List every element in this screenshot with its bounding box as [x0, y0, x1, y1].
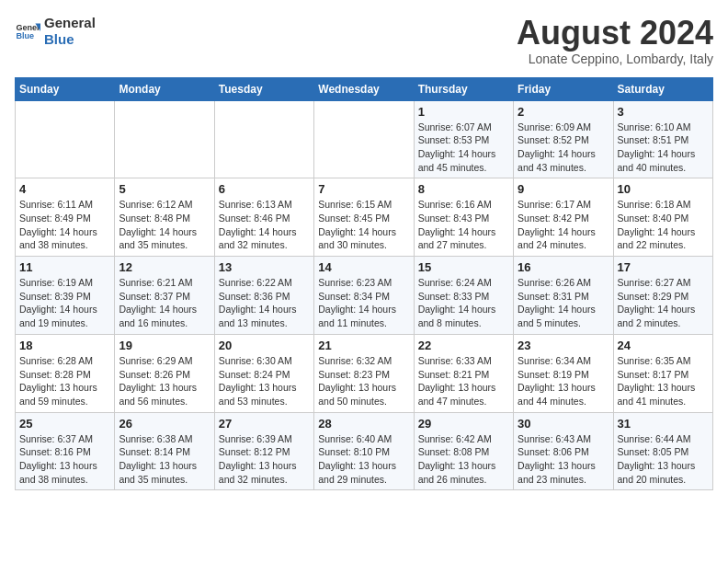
calendar-cell: 6Sunrise: 6:13 AM Sunset: 8:46 PM Daylig…: [214, 178, 313, 257]
calendar-cell: 11Sunrise: 6:19 AM Sunset: 8:39 PM Dayli…: [16, 257, 115, 335]
day-number: 10: [618, 182, 709, 196]
day-number: 2: [518, 105, 609, 119]
calendar-cell: 14Sunrise: 6:23 AM Sunset: 8:34 PM Dayli…: [314, 257, 414, 335]
day-info: Sunrise: 6:40 AM Sunset: 8:10 PM Dayligh…: [318, 432, 409, 487]
calendar-table: SundayMondayTuesdayWednesdayThursdayFrid…: [15, 77, 713, 491]
calendar-cell: 24Sunrise: 6:35 AM Sunset: 8:17 PM Dayli…: [613, 334, 712, 412]
month-title: August 2024: [517, 15, 713, 52]
calendar-cell: [16, 100, 115, 178]
day-info: Sunrise: 6:33 AM Sunset: 8:21 PM Dayligh…: [418, 354, 509, 408]
day-number: 5: [119, 182, 210, 196]
day-info: Sunrise: 6:39 AM Sunset: 8:12 PM Dayligh…: [219, 432, 310, 487]
day-info: Sunrise: 6:19 AM Sunset: 8:39 PM Dayligh…: [19, 276, 110, 330]
day-number: 27: [219, 417, 310, 431]
day-number: 22: [418, 339, 509, 352]
day-info: Sunrise: 6:32 AM Sunset: 8:23 PM Dayligh…: [318, 354, 409, 408]
day-info: Sunrise: 6:34 AM Sunset: 8:19 PM Dayligh…: [518, 354, 609, 408]
day-info: Sunrise: 6:11 AM Sunset: 8:49 PM Dayligh…: [19, 198, 110, 252]
day-info: Sunrise: 6:13 AM Sunset: 8:46 PM Dayligh…: [219, 198, 310, 252]
title-block: August 2024 Lonate Ceppino, Lombardy, It…: [517, 15, 713, 66]
day-info: Sunrise: 6:35 AM Sunset: 8:17 PM Dayligh…: [618, 354, 709, 408]
day-number: 12: [119, 260, 210, 274]
calendar-cell: 25Sunrise: 6:37 AM Sunset: 8:16 PM Dayli…: [16, 412, 115, 490]
day-info: Sunrise: 6:16 AM Sunset: 8:43 PM Dayligh…: [418, 198, 509, 252]
logo-text-blue: Blue: [44, 31, 96, 48]
day-number: 26: [119, 417, 210, 431]
day-info: Sunrise: 6:22 AM Sunset: 8:36 PM Dayligh…: [219, 276, 310, 330]
day-number: 3: [618, 105, 709, 119]
calendar-cell: 28Sunrise: 6:40 AM Sunset: 8:10 PM Dayli…: [314, 412, 414, 490]
day-info: Sunrise: 6:10 AM Sunset: 8:51 PM Dayligh…: [618, 121, 709, 175]
calendar-cell: 31Sunrise: 6:44 AM Sunset: 8:05 PM Dayli…: [613, 412, 712, 490]
day-info: Sunrise: 6:15 AM Sunset: 8:45 PM Dayligh…: [318, 198, 409, 252]
day-number: 4: [19, 182, 110, 196]
header-cell-monday: Monday: [115, 77, 214, 100]
day-number: 30: [518, 417, 609, 431]
calendar-cell: 30Sunrise: 6:43 AM Sunset: 8:06 PM Dayli…: [514, 412, 613, 490]
calendar-cell: 12Sunrise: 6:21 AM Sunset: 8:37 PM Dayli…: [115, 257, 214, 335]
calendar-cell: 8Sunrise: 6:16 AM Sunset: 8:43 PM Daylig…: [414, 178, 513, 257]
day-info: Sunrise: 6:09 AM Sunset: 8:52 PM Dayligh…: [518, 121, 609, 175]
logo: General Blue General Blue: [15, 15, 96, 48]
calendar-cell: 7Sunrise: 6:15 AM Sunset: 8:45 PM Daylig…: [314, 178, 414, 257]
day-number: 17: [618, 260, 709, 274]
calendar-cell: 5Sunrise: 6:12 AM Sunset: 8:48 PM Daylig…: [115, 178, 214, 257]
day-info: Sunrise: 6:43 AM Sunset: 8:06 PM Dayligh…: [518, 432, 609, 487]
day-number: 11: [19, 260, 110, 274]
calendar-cell: 10Sunrise: 6:18 AM Sunset: 8:40 PM Dayli…: [613, 178, 712, 257]
week-row-2: 4Sunrise: 6:11 AM Sunset: 8:49 PM Daylig…: [16, 178, 713, 257]
calendar-cell: 9Sunrise: 6:17 AM Sunset: 8:42 PM Daylig…: [514, 178, 613, 257]
day-info: Sunrise: 6:29 AM Sunset: 8:26 PM Dayligh…: [119, 354, 210, 408]
calendar-cell: 22Sunrise: 6:33 AM Sunset: 8:21 PM Dayli…: [414, 334, 513, 412]
day-info: Sunrise: 6:07 AM Sunset: 8:53 PM Dayligh…: [418, 121, 509, 175]
day-info: Sunrise: 6:23 AM Sunset: 8:34 PM Dayligh…: [318, 276, 409, 330]
week-row-5: 25Sunrise: 6:37 AM Sunset: 8:16 PM Dayli…: [16, 412, 713, 490]
day-number: 29: [418, 417, 509, 431]
calendar-cell: 13Sunrise: 6:22 AM Sunset: 8:36 PM Dayli…: [214, 257, 313, 335]
calendar-cell: 26Sunrise: 6:38 AM Sunset: 8:14 PM Dayli…: [115, 412, 214, 490]
day-number: 19: [119, 339, 210, 352]
calendar-cell: 18Sunrise: 6:28 AM Sunset: 8:28 PM Dayli…: [16, 334, 115, 412]
day-info: Sunrise: 6:44 AM Sunset: 8:05 PM Dayligh…: [618, 432, 709, 487]
day-number: 1: [418, 105, 509, 119]
day-number: 15: [418, 260, 509, 274]
header-cell-sunday: Sunday: [16, 77, 115, 100]
location: Lonate Ceppino, Lombardy, Italy: [517, 52, 713, 66]
day-number: 31: [618, 417, 709, 431]
day-number: 23: [518, 339, 609, 352]
day-number: 16: [518, 260, 609, 274]
day-info: Sunrise: 6:18 AM Sunset: 8:40 PM Dayligh…: [618, 198, 709, 252]
day-info: Sunrise: 6:30 AM Sunset: 8:24 PM Dayligh…: [219, 354, 310, 408]
day-number: 18: [19, 339, 110, 352]
header-cell-thursday: Thursday: [414, 77, 513, 100]
calendar-cell: 23Sunrise: 6:34 AM Sunset: 8:19 PM Dayli…: [514, 334, 613, 412]
day-info: Sunrise: 6:21 AM Sunset: 8:37 PM Dayligh…: [119, 276, 210, 330]
week-row-3: 11Sunrise: 6:19 AM Sunset: 8:39 PM Dayli…: [16, 257, 713, 335]
day-number: 28: [318, 417, 409, 431]
calendar-cell: [214, 100, 313, 178]
day-number: 13: [219, 260, 310, 274]
svg-text:Blue: Blue: [16, 31, 34, 40]
day-number: 20: [219, 339, 310, 352]
calendar-cell: 27Sunrise: 6:39 AM Sunset: 8:12 PM Dayli…: [214, 412, 313, 490]
calendar-cell: [314, 100, 414, 178]
calendar-cell: 17Sunrise: 6:27 AM Sunset: 8:29 PM Dayli…: [613, 257, 712, 335]
week-row-4: 18Sunrise: 6:28 AM Sunset: 8:28 PM Dayli…: [16, 334, 713, 412]
day-info: Sunrise: 6:37 AM Sunset: 8:16 PM Dayligh…: [19, 432, 110, 487]
day-info: Sunrise: 6:27 AM Sunset: 8:29 PM Dayligh…: [618, 276, 709, 330]
calendar-cell: 2Sunrise: 6:09 AM Sunset: 8:52 PM Daylig…: [514, 100, 613, 178]
calendar-cell: 3Sunrise: 6:10 AM Sunset: 8:51 PM Daylig…: [613, 100, 712, 178]
header-cell-friday: Friday: [514, 77, 613, 100]
day-info: Sunrise: 6:38 AM Sunset: 8:14 PM Dayligh…: [119, 432, 210, 487]
header-cell-wednesday: Wednesday: [314, 77, 414, 100]
day-info: Sunrise: 6:24 AM Sunset: 8:33 PM Dayligh…: [418, 276, 509, 330]
calendar-cell: 29Sunrise: 6:42 AM Sunset: 8:08 PM Dayli…: [414, 412, 513, 490]
week-row-1: 1Sunrise: 6:07 AM Sunset: 8:53 PM Daylig…: [16, 100, 713, 178]
header-cell-tuesday: Tuesday: [214, 77, 313, 100]
day-info: Sunrise: 6:28 AM Sunset: 8:28 PM Dayligh…: [19, 354, 110, 408]
day-info: Sunrise: 6:26 AM Sunset: 8:31 PM Dayligh…: [518, 276, 609, 330]
day-number: 21: [318, 339, 409, 352]
day-info: Sunrise: 6:12 AM Sunset: 8:48 PM Dayligh…: [119, 198, 210, 252]
day-number: 24: [618, 339, 709, 352]
calendar-cell: [115, 100, 214, 178]
